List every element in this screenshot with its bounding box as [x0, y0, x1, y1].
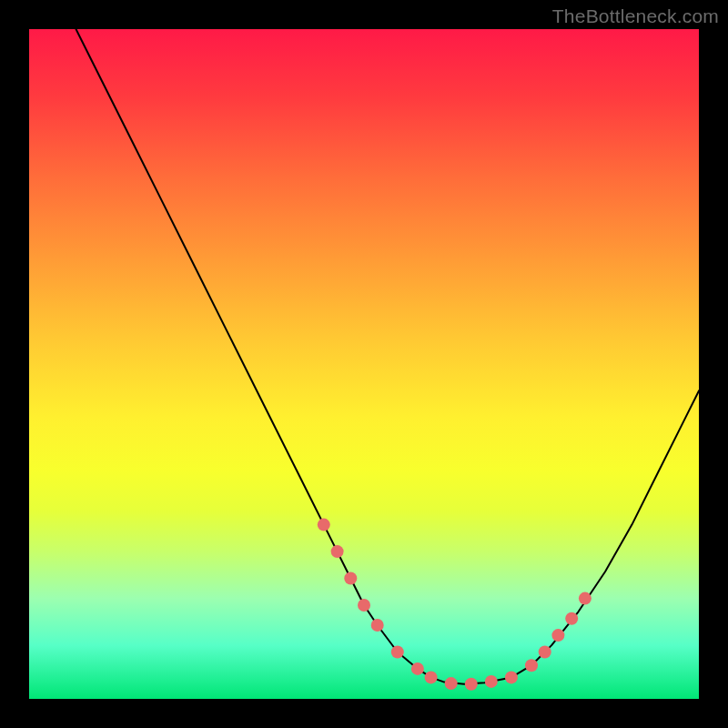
marker-dot — [525, 659, 538, 672]
watermark-text: TheBottleneck.com — [552, 5, 719, 27]
marker-dot — [358, 599, 370, 612]
marker-dot — [411, 662, 424, 675]
marker-dot — [551, 629, 564, 642]
bottleneck-curve — [76, 29, 700, 684]
marker-dot — [539, 646, 551, 659]
marker-dot — [318, 519, 330, 531]
marker-dot — [344, 572, 357, 585]
chart-svg — [29, 29, 699, 699]
chart-plot-area — [29, 29, 699, 699]
marker-dot — [445, 677, 458, 690]
chart-frame: TheBottleneck.com — [0, 0, 728, 728]
marker-dot — [565, 612, 578, 625]
marker-dot — [579, 592, 592, 605]
marker-dot — [505, 671, 518, 683]
marker-dot — [391, 646, 404, 659]
marker-dot — [485, 675, 498, 688]
marker-dot — [465, 678, 478, 691]
marker-dot — [371, 619, 384, 632]
marker-dot — [425, 671, 438, 683]
ideal-zone-markers — [318, 519, 592, 691]
marker-dot — [331, 545, 344, 558]
